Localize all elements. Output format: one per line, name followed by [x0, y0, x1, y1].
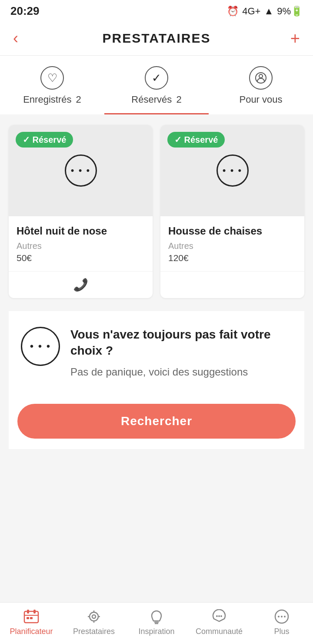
user-icon	[249, 66, 273, 90]
nav-plus[interactable]: Plus	[250, 609, 313, 636]
reserved-badge-housse: ✓ Réservé	[167, 132, 225, 148]
card-hotel-footer: 📞	[9, 271, 153, 298]
nav-plus-label: Plus	[274, 627, 289, 636]
cards-grid: ✓ Réservé • • • Hôtel nuit de nose Autre…	[9, 125, 304, 298]
search-button[interactable]: Rechercher	[17, 404, 296, 439]
tab-reserves[interactable]: ✓ Réservés 2	[104, 66, 209, 114]
svg-point-1	[259, 74, 263, 78]
tab-enregistres[interactable]: ♡ Enregistrés 2	[0, 66, 104, 114]
nav-communaute[interactable]: Communauté	[188, 609, 250, 636]
battery-icon: 9%🔋	[277, 6, 303, 17]
card-hotel-price: 50€	[17, 253, 145, 263]
card-housse-footer	[160, 271, 304, 295]
card-hotel-body: Hôtel nuit de nose Autres 50€	[9, 216, 153, 271]
svg-point-22	[284, 616, 286, 617]
svg-point-17	[218, 615, 220, 617]
nav-communaute-label: Communauté	[196, 627, 243, 636]
card-housse-body: Housse de chaises Autres 120€	[160, 216, 304, 271]
svg-rect-4	[33, 610, 36, 614]
page-title: PRESTATAIRES	[102, 31, 210, 46]
card-hotel-image: ✓ Réservé • • •	[9, 125, 153, 216]
inspiration-icon	[150, 609, 163, 624]
prestataires-icon	[86, 609, 102, 624]
nav-inspiration-label: Inspiration	[138, 627, 174, 636]
card-housse-title: Housse de chaises	[168, 224, 296, 238]
tab-pour-vous-label: Pour vous	[239, 94, 282, 105]
nav-prestataires-label: Prestataires	[73, 627, 115, 636]
svg-point-9	[92, 615, 96, 618]
card-housse-price: 120€	[168, 253, 296, 263]
planificateur-icon	[23, 609, 39, 624]
status-time: 20:29	[10, 4, 40, 18]
card-hotel-title: Hôtel nuit de nose	[17, 224, 145, 238]
card-housse-image: ✓ Réservé • • •	[160, 125, 304, 216]
add-button[interactable]: +	[278, 30, 300, 47]
communaute-icon	[211, 609, 227, 624]
tab-enregistres-label: Enregistrés 2	[23, 94, 81, 105]
header: ‹ PRESTATAIRES +	[0, 21, 313, 56]
svg-point-20	[278, 616, 280, 617]
svg-point-16	[216, 615, 218, 617]
suggestion-dots-icon: • • •	[21, 327, 60, 366]
svg-rect-6	[27, 617, 29, 619]
status-icons: ⏰ 4G+ ▲ 9%🔋	[227, 6, 303, 17]
tab-reserves-label: Réservés 2	[131, 94, 181, 105]
card-hotel-menu[interactable]: • • •	[65, 154, 97, 187]
signal-icon: ▲	[264, 6, 273, 17]
card-hotel-category: Autres	[17, 241, 145, 251]
svg-point-18	[220, 615, 222, 617]
card-housse-category: Autres	[168, 241, 296, 251]
check-icon: ✓	[145, 66, 168, 90]
suggestion-subtitle: Pas de panique, voici des suggestions	[70, 365, 292, 379]
phone-icon[interactable]: 📞	[73, 278, 88, 292]
nav-inspiration[interactable]: Inspiration	[125, 609, 188, 636]
reserved-badge-hotel: ✓ Réservé	[16, 132, 73, 148]
nav-prestataires[interactable]: Prestataires	[63, 609, 125, 636]
svg-rect-3	[27, 610, 29, 614]
tab-pour-vous[interactable]: Pour vous	[209, 66, 313, 114]
tabs-container: ♡ Enregistrés 2 ✓ Réservés 2 Pour vous	[0, 56, 313, 114]
network-icon: 4G+	[242, 6, 260, 17]
card-housse-menu[interactable]: • • •	[216, 154, 249, 187]
nav-planificateur-label: Planificateur	[10, 627, 53, 636]
search-button-area: Rechercher	[9, 395, 304, 449]
bottom-nav: Planificateur Prestataires Inspiration	[0, 602, 313, 644]
heart-icon: ♡	[40, 66, 64, 90]
card-hotel: ✓ Réservé • • • Hôtel nuit de nose Autre…	[9, 125, 153, 298]
plus-icon	[274, 609, 290, 624]
back-button[interactable]: ‹	[13, 29, 35, 47]
suggestion-title: Vous n'avez toujours pas fait votre choi…	[70, 327, 292, 359]
svg-point-8	[90, 612, 98, 621]
suggestion-section: • • • Vous n'avez toujours pas fait votr…	[9, 311, 304, 395]
nav-planificateur[interactable]: Planificateur	[0, 609, 63, 636]
alarm-icon: ⏰	[227, 6, 239, 17]
svg-point-21	[281, 616, 283, 617]
svg-rect-7	[30, 617, 33, 619]
content-area: ✓ Réservé • • • Hôtel nuit de nose Autre…	[0, 114, 313, 460]
status-bar: 20:29 ⏰ 4G+ ▲ 9%🔋	[0, 0, 313, 21]
suggestion-text-block: Vous n'avez toujours pas fait votre choi…	[70, 327, 292, 379]
card-housse: ✓ Réservé • • • Housse de chaises Autres…	[160, 125, 304, 298]
